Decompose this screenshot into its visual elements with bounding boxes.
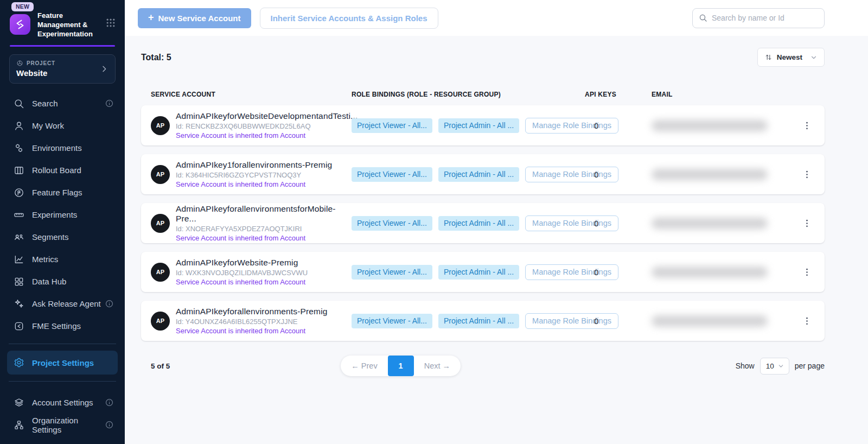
service-account-id: Id: K364HIC5RI6GZGYCPVST7NOQ3Y [176,171,352,179]
sidebar-item-organization-settings[interactable]: Organization Settings [0,414,125,436]
role-binding-badge: Project Viewer - All... [352,314,432,328]
sidebar-item-search[interactable]: Search [0,92,125,115]
sidebar-item-feature-flags[interactable]: Feature Flags [0,181,125,204]
sidebar-item-label: Ask Release Agent [32,299,101,308]
people-icon [14,232,24,243]
sidebar-item-project-settings[interactable]: Project Settings [7,351,118,375]
info-icon[interactable] [105,299,114,308]
pager: ← Prev 1 Next → [341,356,461,376]
page-size-value: 10 [766,362,774,370]
sidebar-item-label: Rollout Board [32,166,81,175]
info-icon[interactable] [105,420,114,429]
service-account-name[interactable]: AdminAPIkeyforallenvironments-Premig [176,307,352,316]
service-account-name[interactable]: AdminAPIkey1forallenvironments-Premig [176,160,352,170]
plus-icon: + [148,12,154,23]
new-service-account-label: New Service Account [158,14,241,23]
columns-icon [14,165,24,176]
table-row: AP AdminAPIkeyforallenvironmentsforMobil… [141,203,825,243]
new-service-account-button[interactable]: + New Service Account [138,8,251,28]
api-keys-count: 0 [585,316,652,326]
role-binding-badge: Project Admin - All ... [438,265,519,280]
avatar: AP [151,263,170,282]
sparkles-icon [14,299,24,309]
sidebar-item-account-settings[interactable]: Account Settings [0,391,125,414]
sidebar-item-segments[interactable]: Segments [0,226,125,248]
service-account-id: Id: WXK3NVOJBQZILIDMAVBJWCSVWU [176,269,352,277]
service-account-id: Id: RENCKBZ3XQ6UBBWWEDKD25L6AQ [176,122,352,130]
api-keys-count: 0 [585,268,652,277]
service-account-id: Id: XNOERAFYYA5XPDEZ7AOQTJKIRI [176,225,352,233]
sidebar-item-experiments[interactable]: Experiments [0,204,125,226]
kebab-icon [802,267,813,277]
role-binding-badge: Project Viewer - All... [352,265,432,280]
page-size-select[interactable]: 10 [760,358,789,375]
service-account-name[interactable]: AdminAPIkeyforWebsite-Premig [176,258,352,268]
inherited-note: Service Account is inherited from Accoun… [176,180,352,188]
inherited-note: Service Account is inherited from Accoun… [176,234,352,242]
col-header-service-account: SERVICE ACCOUNT [151,91,352,98]
row-menu-button[interactable] [800,216,815,231]
hexagons-icon [14,143,24,154]
sidebar-item-data-hub[interactable]: Data Hub [0,270,125,293]
info-icon[interactable] [105,99,114,108]
chevron-down-icon [777,363,784,370]
divider [9,381,116,382]
service-account-name[interactable]: AdminAPIkeyforWebsiteDevelopmentandTesti… [176,111,352,121]
project-label: PROJECT [27,60,55,66]
sidebar-item-my-work[interactable]: My Work [0,115,125,137]
search-input[interactable] [712,14,818,22]
role-binding-badge: Project Viewer - All... [352,118,432,133]
table-row: AP AdminAPIkey1forallenvironments-Premig… [141,154,825,194]
avatar: AP [151,312,170,331]
api-keys-count: 0 [585,121,652,130]
row-menu-button[interactable] [800,314,815,328]
sidebar-item-label: Experiments [32,210,77,219]
sidebar-item-label: Metrics [32,255,58,264]
table-row: AP AdminAPIkeyforWebsite-Premig Id: WXK3… [141,252,825,292]
row-menu-button[interactable] [800,167,815,182]
project-selector[interactable]: PROJECT Website [9,54,116,84]
table-row: AP AdminAPIkeyforWebsiteDevelopmentandTe… [141,105,825,145]
sidebar-item-label: Account Settings [32,398,93,407]
user-icon [14,120,24,131]
page-count: 5 of 5 [141,362,260,370]
table-header-row: SERVICE ACCOUNT ROLE BINDINGS (ROLE - RE… [141,91,825,98]
org-icon [14,420,24,430]
product-header: NEW Feature Management & Experimentation [0,0,125,39]
sidebar-item-label: Environments [32,143,82,153]
email-redacted [652,315,768,327]
next-page-button[interactable]: Next → [414,356,461,376]
role-binding-badge: Project Viewer - All... [352,216,432,231]
split-logo-icon [14,18,27,31]
api-keys-count: 0 [585,219,652,228]
sidebar-item-label: Segments [32,232,69,242]
sidebar: NEW Feature Management & Experimentation… [0,0,125,444]
api-keys-count: 0 [585,170,652,179]
row-menu-button[interactable] [800,265,815,280]
sidebar-item-ask-release-agent[interactable]: Ask Release Agent [0,293,125,315]
row-menu-button[interactable] [800,118,815,133]
sidebar-item-environments[interactable]: Environments [0,137,125,159]
project-name: Website [16,68,100,78]
sidebar-item-label: Data Hub [32,277,66,286]
inherit-service-accounts-button[interactable]: Inherit Service Accounts & Assign Roles [260,8,438,29]
current-page[interactable]: 1 [388,356,414,376]
kebab-icon [802,169,813,180]
col-header-email: EMAIL [652,91,800,98]
email-redacted [652,267,768,278]
role-binding-badge: Project Admin - All ... [438,118,519,133]
chart-icon [14,254,24,265]
product-title: Feature Management & Experimentation [37,11,103,39]
info-icon[interactable] [105,398,114,407]
sidebar-item-rollout-board[interactable]: Rollout Board [0,159,125,181]
service-account-name[interactable]: AdminAPIkeyforallenvironmentsforMobile-P… [176,204,352,224]
sidebar-item-metrics[interactable]: Metrics [0,248,125,270]
sort-dropdown[interactable]: Newest [757,48,825,67]
fme-icon [14,321,24,332]
total-count: Total: 5 [141,53,171,62]
app-switcher-icon[interactable] [105,17,116,28]
sidebar-item-fme-settings[interactable]: FME Settings [0,315,125,337]
sort-arrows-icon [764,53,773,61]
prev-page-button[interactable]: ← Prev [341,356,387,376]
col-header-api-keys: API KEYS [585,91,652,98]
